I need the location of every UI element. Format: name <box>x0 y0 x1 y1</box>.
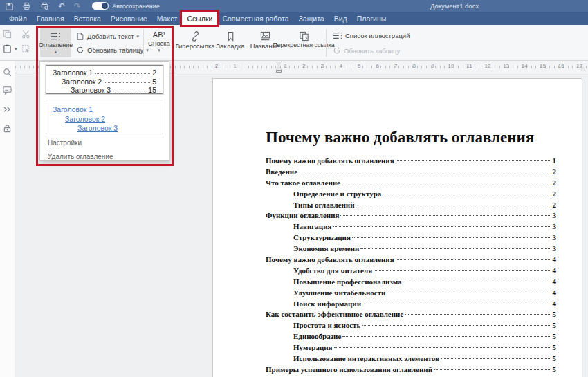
ruler-number: 1 <box>284 63 287 69</box>
toc-entry[interactable]: Повышение профессионализма4 <box>266 277 556 288</box>
document-toc: Почему важно добавлять оглавления1 Введе… <box>266 156 556 376</box>
cut-icon[interactable] <box>21 30 30 39</box>
ruler-number: 11 <box>466 63 472 69</box>
ribbon-toolbar: ▾ Оглавление ▴ Добавить текст ▾ Обновить… <box>0 25 588 61</box>
toc-preview-link-row: Заголовок 2 <box>65 115 156 125</box>
toc-button-label: Оглавление <box>39 42 73 48</box>
menu-tab[interactable]: Совместная работа <box>217 12 293 25</box>
add-text-label: Добавить текст <box>87 33 134 40</box>
review-changes-icon[interactable] <box>3 104 12 113</box>
print-icon[interactable] <box>22 2 31 10</box>
window-title: Документ1.docx <box>430 2 479 10</box>
autosave-label: Автосохранение <box>112 3 160 10</box>
toc-entry[interactable]: Удобство для читателя4 <box>266 266 556 277</box>
document-heading[interactable]: Почему важно добавлять оглавления <box>266 129 556 147</box>
toc-style-classic-option[interactable]: Заголовок 12 Заголовок 25 Заголовок 315 <box>46 65 163 94</box>
toc-entry[interactable]: Почему важно добавлять оглавления4 <box>266 255 556 266</box>
update-table-button[interactable]: Обновить таблицу ▾ <box>76 46 149 54</box>
copy-icon[interactable] <box>3 30 12 39</box>
toc-button[interactable]: Оглавление ▴ <box>40 28 71 57</box>
search-icon[interactable] <box>3 68 12 77</box>
menu-tab[interactable]: Вид <box>329 12 352 25</box>
toc-entry[interactable]: Что такое оглавление2 <box>266 178 556 189</box>
footnote-ab-glyph: AB¹ <box>153 30 165 39</box>
undo-icon[interactable]: ↶ <box>58 2 65 10</box>
ruler-number: 10 <box>448 63 454 69</box>
toc-entry[interactable]: Улучшение читабельности4 <box>266 288 556 299</box>
toc-style-links-option[interactable]: Заголовок 1 Заголовок 2 Заголовок 3 <box>46 100 163 134</box>
toc-preview-row: Заголовок 315 <box>71 86 156 95</box>
toc-preview-link-row: Заголовок 3 <box>77 124 156 134</box>
toc-entry[interactable]: Нумерация5 <box>266 342 556 353</box>
chevron-down-icon: ▾ <box>137 34 140 39</box>
menu-tab[interactable]: Рисование <box>106 12 152 25</box>
quick-print-icon[interactable] <box>40 2 49 10</box>
footnote-button[interactable]: AB¹ Сноска ▾ <box>147 30 171 53</box>
add-text-button[interactable]: Добавить текст ▾ <box>76 32 139 41</box>
toc-entry[interactable]: Почему важно добавлять оглавления1 <box>266 156 556 167</box>
toc-remove-item[interactable]: Удалить оглавление <box>40 148 169 162</box>
comments-icon[interactable] <box>3 86 12 95</box>
toc-entry[interactable]: Структуризация3 <box>266 232 556 243</box>
toc-entry[interactable]: Как составить эффективное оглавление5 <box>266 309 556 320</box>
toc-entry[interactable]: Введение2 <box>266 167 556 178</box>
menu-tab[interactable]: Ссылки <box>182 12 217 25</box>
right-indent-marker[interactable] <box>580 67 586 71</box>
toc-entry[interactable]: Экономия времени3 <box>266 243 556 255</box>
update-table2-label: Обновить таблицу <box>344 47 400 55</box>
toc-entry[interactable]: Навигация3 <box>266 221 556 232</box>
toc-entry[interactable]: Поиск информации4 <box>266 299 556 310</box>
ruler-number: 9 <box>431 63 434 69</box>
bookmark-button[interactable]: Закладка <box>214 31 246 50</box>
toc-entry[interactable]: Определение и структура2 <box>266 189 556 200</box>
menu-bar: ФайлГлавнаяВставкаРисованиеМакетСсылкиСо… <box>0 12 588 25</box>
toc-entry[interactable]: Использование интерактивных элементов5 <box>266 353 556 365</box>
toc-preview-link-row: Заголовок 1 <box>53 105 156 115</box>
update-table2-button[interactable]: Обновить таблицу <box>333 46 400 55</box>
menu-tab[interactable]: Файл <box>4 12 32 25</box>
hyperlink-button[interactable]: Гиперссылка <box>176 31 214 50</box>
menu-tab[interactable]: Главная <box>32 12 69 25</box>
ruler-number: 2 <box>215 63 218 69</box>
indent-marker[interactable] <box>276 62 282 73</box>
cross-reference-button[interactable]: Перекрестная ссылка <box>282 31 325 49</box>
protection-lock-icon[interactable] <box>3 124 12 133</box>
figures-list-button[interactable]: Список иллюстраций <box>333 31 410 40</box>
ruler-number: 13 <box>503 63 509 69</box>
menu-tab[interactable]: Макет <box>152 12 183 25</box>
redo-icon[interactable]: ↷ <box>74 2 81 10</box>
menu-tab[interactable]: Вставка <box>69 12 106 25</box>
ruler-number: 6 <box>376 63 379 69</box>
ruler-number: 1 <box>233 63 236 69</box>
ruler-number: 15 <box>540 63 546 69</box>
ruler-number: 8 <box>413 63 416 69</box>
titlebar: ↶ ↷ Автосохранение Документ1.docx <box>0 0 588 12</box>
toc-preview-row: Заголовок 25 <box>62 77 156 86</box>
toc-entry[interactable]: Примеры успешного использования оглавлен… <box>266 365 556 376</box>
select-icon[interactable] <box>21 44 30 53</box>
bookmark-label: Закладка <box>216 42 244 50</box>
ruler-number: 16 <box>558 63 564 69</box>
toc-settings-item[interactable]: Настройки <box>40 134 169 148</box>
chevron-up-icon: ▴ <box>55 49 57 54</box>
toc-entry[interactable]: Простота и ясность5 <box>266 320 556 331</box>
ruler-number: 7 <box>394 63 397 69</box>
ruler-number: 3 <box>321 63 324 69</box>
toc-entry[interactable]: Функции оглавления3 <box>266 210 556 221</box>
ruler-number: 5 <box>358 63 360 69</box>
autosave-toggle[interactable] <box>92 2 109 10</box>
toc-dropdown-panel: Заголовок 12 Заголовок 25 Заголовок 315 … <box>39 61 169 161</box>
footnote-label: Сноска <box>148 39 170 47</box>
ruler-number: 12 <box>485 63 491 69</box>
chevron-down-icon: ▾ <box>15 46 17 51</box>
menu-tab[interactable]: Плагины <box>352 12 392 25</box>
ruler-number: 14 <box>522 63 528 69</box>
figures-list-label: Список иллюстраций <box>345 32 410 39</box>
toc-entry[interactable]: Типы оглавлений2 <box>266 200 556 211</box>
toc-entry[interactable]: Единообразие5 <box>266 331 556 342</box>
paste-icon[interactable]: ▾ <box>3 44 17 53</box>
document-page[interactable]: Почему важно добавлять оглавления Почему… <box>212 78 582 377</box>
save-icon[interactable] <box>5 2 13 10</box>
menu-tab[interactable]: Защита <box>293 12 329 25</box>
toc-preview-row: Заголовок 12 <box>53 68 156 77</box>
